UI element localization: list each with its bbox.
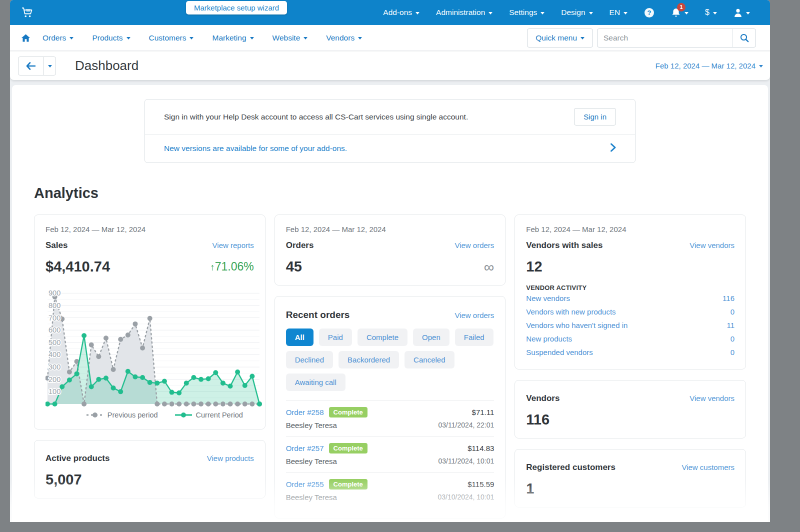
sign-in-button[interactable]: Sign in — [574, 108, 616, 126]
back-button[interactable] — [18, 57, 44, 75]
quick-menu-button[interactable]: Quick menu — [527, 28, 593, 48]
svg-text:700: 700 — [48, 314, 60, 322]
nav-item-marketing[interactable]: Marketing — [212, 34, 254, 42]
topbar-menu-settings[interactable]: Settings — [509, 8, 544, 17]
nav-items: Orders Products Customers Marketing Webs… — [42, 34, 362, 42]
topbar-menu: Add-ons Administration Settings Design E… — [383, 8, 750, 18]
order-link[interactable]: Order #257 — [286, 444, 324, 452]
chart-legend: Previous period Current Period — [46, 411, 254, 419]
status-badge: Complete — [329, 407, 368, 418]
activity-row-vendors-with-new-products[interactable]: Vendors with new products 0 — [526, 305, 734, 318]
view-orders-link[interactable]: View orders — [454, 241, 494, 250]
view-vendors-link[interactable]: View vendors — [690, 394, 734, 402]
infinity-icon[interactable]: ∞ — [484, 262, 494, 272]
arrow-up-icon: ↑ — [210, 262, 215, 272]
content-area: Sign in with your Help Desk account to a… — [10, 80, 770, 522]
search-icon[interactable] — [732, 29, 756, 47]
date-range-selector[interactable]: Feb 12, 2024 — Mar 12, 2024 — [656, 62, 763, 70]
filter-declined[interactable]: Declined — [286, 351, 333, 368]
legend-previous-period: Previous period — [86, 411, 158, 419]
search-input[interactable] — [598, 34, 732, 42]
order-customer: Beesley Teresa — [286, 493, 337, 502]
chevron-down-icon — [746, 12, 750, 14]
order-link[interactable]: Order #255 — [286, 480, 324, 488]
order-link[interactable]: Order #258 — [286, 408, 324, 416]
addons-update-notice[interactable]: New versions are available for some of y… — [145, 134, 635, 162]
language-selector[interactable]: EN — [610, 8, 628, 17]
view-products-link[interactable]: View products — [207, 454, 254, 462]
chevron-down-icon — [126, 37, 130, 40]
home-icon[interactable] — [21, 34, 30, 42]
filter-backordered[interactable]: Backordered — [338, 351, 399, 368]
view-reports-link[interactable]: View reports — [212, 241, 254, 250]
user-account-menu[interactable] — [734, 8, 750, 18]
column-3: Feb 12, 2024 — Mar 12, 2024 Vendors with… — [514, 214, 746, 508]
topbar-menu-administration[interactable]: Administration — [436, 8, 492, 17]
orders-period: Feb 12, 2024 — Mar 12, 2024 — [286, 225, 494, 234]
order-date: 03/10/2024, 10:01 — [438, 493, 494, 502]
active-products-value: 5,007 — [46, 472, 82, 488]
helpdesk-notice: Sign in with your Help Desk account to a… — [145, 100, 635, 134]
nav-item-website[interactable]: Website — [272, 34, 308, 42]
orders-list: Order #258 Complete $71.11 Beesley Teres… — [286, 400, 494, 508]
view-vendors-link[interactable]: View vendors — [690, 241, 734, 250]
filter-all[interactable]: All — [286, 328, 314, 346]
activity-row-new-vendors[interactable]: New vendors 116 — [526, 292, 734, 305]
nav-item-vendors[interactable]: Vendors — [326, 34, 362, 42]
chevron-down-icon — [304, 37, 308, 40]
notifications-bell-icon[interactable]: 1 — [671, 8, 688, 18]
filter-awaiting-call[interactable]: Awaiting call — [286, 374, 346, 391]
registered-customers-card: Registered customers View customers 1 — [514, 449, 746, 508]
orders-card: Feb 12, 2024 — Mar 12, 2024 Orders View … — [274, 214, 506, 286]
analytics-heading: Analytics — [34, 185, 757, 202]
nav-item-orders[interactable]: Orders — [42, 34, 74, 42]
svg-text:800: 800 — [48, 302, 60, 310]
topbar-menu-addons[interactable]: Add-ons — [383, 8, 420, 17]
filter-complete[interactable]: Complete — [358, 328, 408, 346]
vendors-with-sales-title: Vendors with sales — [526, 240, 602, 250]
legend-current-period: Current Period — [175, 411, 243, 419]
activity-row-new-products[interactable]: New products 0 — [526, 332, 734, 346]
chevron-down-icon — [48, 65, 52, 68]
vendor-activity-heading: VENDOR ACTIVITY — [526, 284, 734, 292]
nav-item-customers[interactable]: Customers — [149, 34, 194, 42]
order-customer: Beesley Teresa — [286, 421, 337, 430]
view-customers-link[interactable]: View customers — [682, 463, 734, 472]
chevron-down-icon — [358, 37, 362, 40]
activity-row-suspended-vendors[interactable]: Suspended vendors 0 — [526, 346, 734, 359]
page-header: Dashboard Feb 12, 2024 — Mar 12, 2024 — [10, 51, 770, 80]
activity-row-vendors-not-signed-in[interactable]: Vendors who haven't signed in 11 — [526, 318, 734, 332]
filter-open[interactable]: Open — [413, 328, 450, 346]
order-total: $115.59 — [468, 480, 494, 488]
vendors-with-sales-period: Feb 12, 2024 — Mar 12, 2024 — [526, 225, 734, 234]
column-1: Feb 12, 2024 — Mar 12, 2024 Sales View r… — [34, 214, 266, 498]
vendors-with-sales-value: 12 — [526, 258, 542, 275]
nav-item-products[interactable]: Products — [92, 34, 130, 42]
status-badge: Complete — [329, 479, 368, 490]
filter-failed[interactable]: Failed — [455, 328, 494, 346]
help-icon[interactable]: ? — [644, 8, 654, 18]
registered-customers-value: 1 — [526, 480, 534, 497]
chevron-down-icon — [70, 37, 74, 40]
topbar-menu-design[interactable]: Design — [561, 8, 592, 17]
sales-title: Sales — [46, 240, 68, 250]
marketplace-setup-wizard-button[interactable]: Marketplace setup wizard — [186, 1, 287, 14]
orders-title: Orders — [286, 240, 314, 250]
sales-delta: ↑71.06% — [210, 260, 254, 274]
cart-icon[interactable] — [20, 5, 35, 20]
view-orders-link[interactable]: View orders — [454, 311, 494, 320]
dashed-line-marker-icon — [86, 412, 104, 418]
svg-text:400: 400 — [48, 350, 60, 358]
currency-selector[interactable]: $ — [705, 8, 717, 17]
user-icon — [734, 8, 742, 18]
status-badge: Complete — [329, 443, 368, 454]
order-customer: Beesley Teresa — [286, 457, 337, 466]
filter-canceled[interactable]: Canceled — [404, 351, 454, 368]
recent-orders-card: Recent orders View orders All Paid Compl… — [274, 296, 506, 518]
orders-value: 45 — [286, 258, 302, 275]
notification-count-badge: 1 — [677, 3, 686, 12]
back-history-dropdown[interactable] — [44, 57, 56, 75]
active-products-card: Active products View products 5,007 — [34, 440, 266, 498]
topbar: Marketplace setup wizard Add-ons Adminis… — [10, 0, 770, 25]
filter-paid[interactable]: Paid — [319, 328, 352, 346]
